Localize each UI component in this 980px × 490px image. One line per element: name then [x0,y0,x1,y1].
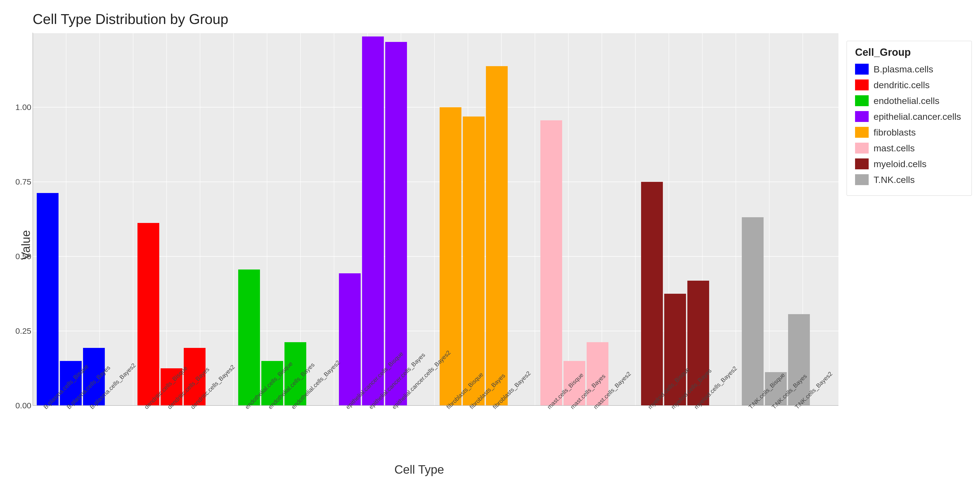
chart-title: Cell Type Distribution by Group [33,11,228,27]
bar-epithelial-Bayes [362,37,384,406]
y-tick-050: 0.50 [16,252,31,261]
legend-label-fibroblasts: fibroblasts [873,127,916,138]
legend-item-fibroblasts: fibroblasts [855,127,963,138]
legend-label-tnk: T.NK.cells [873,175,915,185]
bar-fibroblasts-Bayes [463,116,485,406]
legend-label-mast: mast.cells [873,143,915,154]
bar-dendritic-Bisque [137,223,159,406]
legend-color-b-plasma [855,64,869,75]
legend-label-endothelial: endothelial.cells [873,95,939,106]
legend: Cell_Group B.plasma.cells dendritic.cell… [846,41,972,196]
legend-color-tnk [855,174,869,185]
legend-color-mast [855,143,869,154]
legend-item-endothelial: endothelial.cells [855,95,963,106]
x-axis-label: Cell Type [0,463,838,476]
bar-fibroblasts-Bayes2 [486,66,508,406]
bar-epithelial-Bisque [339,273,361,406]
legend-item-dendritic: dendritic.cells [855,80,963,91]
legend-label-dendritic: dendritic.cells [873,80,930,91]
bar-chart [33,33,838,406]
legend-color-dendritic [855,80,869,91]
legend-color-myeloid [855,158,869,169]
legend-label-b-plasma: B.plasma.cells [873,64,933,75]
x-axis-ticks: B.plasma.cells_Bisque B.plasma.cells_Bay… [33,406,838,460]
y-tick-075: 0.75 [16,177,31,186]
y-tick-025: 0.25 [16,326,31,336]
legend-item-tnk: T.NK.cells [855,174,963,185]
bar-endothelial-Bisque [238,269,260,406]
legend-item-myeloid: myeloid.cells [855,158,963,169]
bar-TNK-Bisque [742,217,764,406]
legend-item-b-plasma: B.plasma.cells [855,64,963,75]
legend-color-epithelial [855,111,869,122]
legend-label-epithelial: epithelial.cancer.cells [873,111,961,122]
legend-item-epithelial: epithelial.cancer.cells [855,111,963,122]
bar-myeloid-Bisque [641,182,663,406]
y-tick-100: 1.00 [16,103,31,112]
legend-item-mast: mast.cells [855,143,963,154]
chart-container: Cell Type Distribution by Group Value Ce… [0,0,980,490]
legend-label-myeloid: myeloid.cells [873,159,927,169]
legend-color-fibroblasts [855,127,869,138]
legend-color-endothelial [855,95,869,106]
bar-B-plasma-Bisque [37,193,59,406]
bar-mast-Bisque [540,120,562,406]
legend-title: Cell_Group [855,46,963,58]
y-axis-ticks: 0.00 0.25 0.50 0.75 1.00 [16,33,33,406]
bar-epithelial-Bayes2 [385,42,407,406]
y-tick-0: 0.00 [16,401,31,410]
